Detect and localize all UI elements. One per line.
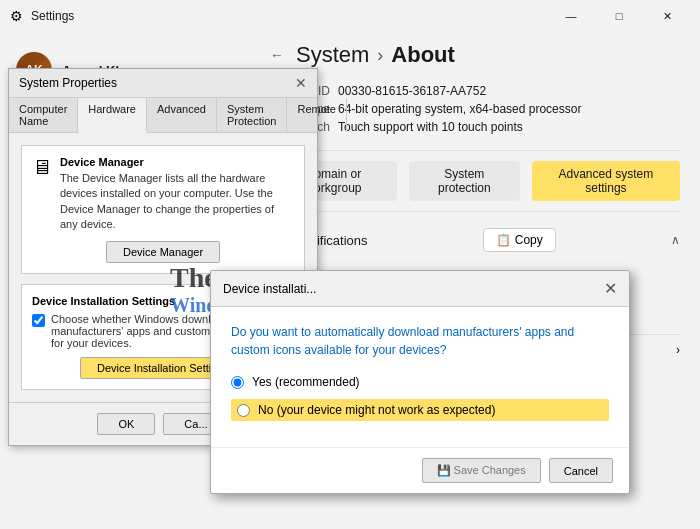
device-id-row: t ID 00330-81615-36187-AA752 bbox=[270, 84, 680, 98]
tab-computer-name-label: Computer Name bbox=[19, 103, 67, 127]
sys-props-close-button[interactable]: ✕ bbox=[295, 75, 307, 91]
title-bar: ⚙ Settings — □ ✕ bbox=[0, 0, 700, 32]
breadcrumb: ← System › About bbox=[270, 42, 680, 68]
di-checkbox[interactable] bbox=[32, 314, 45, 327]
did-save-button[interactable]: 💾 Save Changes bbox=[422, 458, 541, 483]
advanced-settings-button[interactable]: Advanced system settings bbox=[532, 161, 680, 201]
tab-computer-name[interactable]: Computer Name bbox=[9, 98, 78, 132]
dm-title: Device Manager bbox=[60, 156, 294, 168]
device-id-value: 00330-81615-36187-AA752 bbox=[338, 84, 486, 98]
tab-advanced[interactable]: Advanced bbox=[147, 98, 217, 132]
dm-info: Device Manager The Device Manager lists … bbox=[60, 156, 294, 233]
title-bar-title: Settings bbox=[31, 9, 74, 23]
back-button[interactable]: ← bbox=[270, 47, 284, 63]
tab-advanced-label: Advanced bbox=[157, 103, 206, 115]
did-title-text: Device installati... bbox=[223, 282, 316, 296]
did-close-button[interactable]: ✕ bbox=[604, 279, 617, 298]
dm-icon: 🖥 bbox=[32, 156, 52, 179]
title-bar-controls: — □ ✕ bbox=[548, 0, 690, 32]
device-manager-button[interactable]: Device Manager bbox=[106, 241, 220, 263]
tab-system-protection[interactable]: System Protection bbox=[217, 98, 288, 132]
tab-system-protection-label: System Protection bbox=[227, 103, 277, 127]
system-protection-button[interactable]: System protection bbox=[409, 161, 520, 201]
breadcrumb-parent: System bbox=[296, 42, 369, 68]
did-radio-no[interactable] bbox=[237, 404, 250, 417]
minimize-button[interactable]: — bbox=[548, 0, 594, 32]
windows-specs-header: ws specifications 📋 Copy ∧ bbox=[270, 228, 680, 252]
did-title-bar: Device installati... ✕ bbox=[211, 271, 629, 307]
tab-remote-label: Remote bbox=[297, 103, 336, 115]
save-icon: 💾 bbox=[437, 464, 451, 476]
copy-button[interactable]: 📋 Copy bbox=[483, 228, 556, 252]
did-radio-yes[interactable] bbox=[231, 376, 244, 389]
tab-remote[interactable]: Remote bbox=[287, 98, 347, 132]
dm-header: 🖥 Device Manager The Device Manager list… bbox=[32, 156, 294, 233]
sys-props-title-bar: System Properties ✕ bbox=[9, 69, 317, 98]
remote-desktop-chevron: › bbox=[676, 343, 680, 357]
touch-value: Touch support with 10 touch points bbox=[338, 120, 523, 134]
did-save-label: Save Changes bbox=[454, 464, 526, 476]
tab-hardware[interactable]: Hardware bbox=[78, 98, 147, 133]
maximize-button[interactable]: □ bbox=[596, 0, 642, 32]
os-type-value: 64-bit operating system, x64-based proce… bbox=[338, 102, 581, 116]
did-option-yes: Yes (recommended) bbox=[231, 375, 609, 389]
sys-props-ok-button[interactable]: OK bbox=[97, 413, 155, 435]
did-option-no-label: No (your device might not work as expect… bbox=[258, 403, 495, 417]
sys-props-title-text: System Properties bbox=[19, 76, 117, 90]
did-option-yes-label: Yes (recommended) bbox=[252, 375, 360, 389]
title-bar-left: ⚙ Settings bbox=[10, 8, 74, 24]
dm-description: The Device Manager lists all the hardwar… bbox=[60, 171, 294, 233]
tab-hardware-label: Hardware bbox=[88, 103, 136, 115]
breadcrumb-current: About bbox=[391, 42, 455, 68]
did-body: Do you want to automatically download ma… bbox=[211, 307, 629, 447]
tabs-bar: Computer Name Hardware Advanced System P… bbox=[9, 98, 317, 133]
did-cancel-button[interactable]: Cancel bbox=[549, 458, 613, 483]
copy-chevron[interactable]: ∧ bbox=[671, 233, 680, 247]
settings-icon: ⚙ bbox=[10, 8, 23, 24]
device-install-dialog: Device installati... ✕ Do you want to au… bbox=[210, 270, 630, 494]
close-button[interactable]: ✕ bbox=[644, 0, 690, 32]
action-buttons: Domain or workgroup System protection Ad… bbox=[270, 150, 680, 212]
did-footer: 💾 Save Changes Cancel bbox=[211, 447, 629, 493]
did-question: Do you want to automatically download ma… bbox=[231, 323, 609, 359]
device-manager-section: 🖥 Device Manager The Device Manager list… bbox=[21, 145, 305, 274]
copy-label: Copy bbox=[515, 233, 543, 247]
did-option-no: No (your device might not work as expect… bbox=[231, 399, 609, 421]
copy-icon: 📋 bbox=[496, 233, 511, 247]
breadcrumb-separator: › bbox=[377, 45, 383, 66]
